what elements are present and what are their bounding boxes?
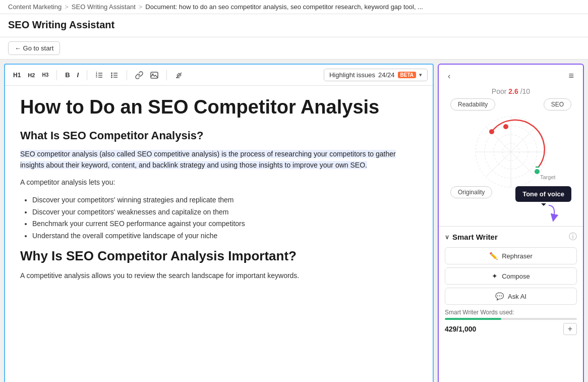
bold-button[interactable]: B xyxy=(62,69,73,81)
compose-icon: ✦ xyxy=(492,272,498,280)
seo-tab[interactable]: SEO xyxy=(544,98,571,111)
h3-button[interactable]: H3 xyxy=(39,70,51,80)
format-group: B I xyxy=(62,69,82,81)
breadcrumb-seo-writing-assistant[interactable]: SEO Writing Assistant xyxy=(72,3,136,11)
rephraser-label: Rephraser xyxy=(502,252,533,260)
article-h2-1: What Is SEO Competitor Analysis? xyxy=(20,129,418,142)
smart-writer-chevron-icon[interactable]: ∨ xyxy=(445,234,449,241)
toolbar-row: ← Go to start xyxy=(0,37,588,60)
list-group: 1 2 3 xyxy=(92,69,122,81)
svg-text:3: 3 xyxy=(96,75,97,78)
score-label: Poor xyxy=(492,87,507,95)
clear-format-icon xyxy=(175,71,183,79)
bullet-list: Discover your competitors' winning strat… xyxy=(20,194,418,242)
svg-text:Target: Target xyxy=(540,174,556,180)
tone-arrow xyxy=(528,203,559,223)
radar-bottom-labels: Originality Tone of voice xyxy=(450,186,571,223)
h2-button[interactable]: H2 xyxy=(25,70,38,80)
smart-writer-title: ∨ Smart Writer xyxy=(445,233,498,241)
link-button[interactable] xyxy=(132,69,146,81)
list-item: Benchmark your current SEO performance a… xyxy=(32,218,418,230)
score-area: Poor 2.6 /10 xyxy=(439,85,583,95)
rephraser-icon: ✏️ xyxy=(489,252,498,260)
rephraser-button[interactable]: ✏️ Rephraser xyxy=(445,247,577,264)
highlight-count: 24/24 xyxy=(378,71,395,79)
h1-button[interactable]: H1 xyxy=(10,70,24,81)
breadcrumb-sep-2: > xyxy=(139,3,143,11)
svg-point-7 xyxy=(111,74,112,76)
article-h2-2: Why Is SEO Competitor Analysis Important… xyxy=(20,248,418,264)
highlighted-text: SEO competitor analysis (also called SEO… xyxy=(20,150,396,169)
right-panel-header: ‹ ≡ xyxy=(439,65,583,85)
main-layout: H1 H2 H3 B I 1 2 3 xyxy=(0,60,588,382)
page-header: SEO Writing Assistant xyxy=(0,14,588,37)
beta-badge: beta xyxy=(398,72,416,78)
clear-format-button[interactable] xyxy=(172,69,186,81)
words-used-label: Smart Writer Words used: xyxy=(445,309,577,316)
toolbar-divider-1 xyxy=(56,70,57,80)
paragraph-2: A competitive analysis allows you to rev… xyxy=(20,270,418,281)
score-denom: /10 xyxy=(520,87,530,95)
highlighted-paragraph: SEO competitor analysis (also called SEO… xyxy=(20,148,418,171)
radar-area: Readability SEO xyxy=(439,95,583,223)
svg-point-6 xyxy=(111,72,112,74)
heading-group: H1 H2 H3 xyxy=(10,70,51,81)
words-count-text: 429/1,000 xyxy=(445,325,476,333)
words-plus-button[interactable]: + xyxy=(563,323,577,335)
numbered-list-button[interactable]: 1 2 3 xyxy=(92,69,106,81)
image-icon xyxy=(150,71,158,79)
originality-tab[interactable]: Originality xyxy=(450,186,492,198)
smart-writer-section: ∨ Smart Writer ⓘ ✏️ Rephraser ✦ Compose … xyxy=(439,226,583,340)
go-to-start-button[interactable]: ← Go to start xyxy=(8,41,60,55)
italic-button[interactable]: I xyxy=(74,69,82,81)
bullet-list-button[interactable] xyxy=(107,69,122,81)
svg-point-8 xyxy=(111,76,112,78)
svg-point-27 xyxy=(535,169,540,174)
article-h1: How to Do an SEO Competitor Analysis xyxy=(20,96,418,119)
breadcrumb-sep-1: > xyxy=(65,3,69,11)
numbered-list-icon: 1 2 3 xyxy=(95,71,103,79)
radar-top-labels: Readability SEO xyxy=(450,98,571,111)
editor-content[interactable]: How to Do an SEO Competitor Analysis Wha… xyxy=(5,86,433,382)
page-title: SEO Writing Assistant xyxy=(8,19,580,31)
ask-ai-button[interactable]: 💬 Ask AI xyxy=(445,288,577,305)
toolbar-divider-4 xyxy=(166,70,167,80)
highlight-issues-button[interactable]: Highlight issues 24/24 beta ▾ xyxy=(324,69,428,81)
editor-toolbar: H1 H2 H3 B I 1 2 3 xyxy=(5,65,433,86)
readability-tab[interactable]: Readability xyxy=(450,98,495,111)
panel-menu-icon[interactable]: ≡ xyxy=(565,70,577,82)
smart-writer-header: ∨ Smart Writer ⓘ xyxy=(445,232,577,242)
list-item: Discover your competitors' winning strat… xyxy=(32,194,418,206)
breadcrumb: Content Marketing > SEO Writing Assistan… xyxy=(0,0,588,14)
ask-ai-icon: 💬 xyxy=(495,292,504,300)
smart-writer-label: Smart Writer xyxy=(452,233,498,241)
image-button[interactable] xyxy=(147,69,161,81)
toolbar-divider-3 xyxy=(127,70,127,80)
score-value: 2.6 xyxy=(508,87,518,95)
right-panel: ‹ ≡ Poor 2.6 /10 Readability SEO xyxy=(438,64,584,382)
tone-of-voice-area: Tone of voice xyxy=(515,186,571,223)
smart-writer-info-icon[interactable]: ⓘ xyxy=(569,232,577,242)
highlight-issues-label: Highlight issues xyxy=(329,71,375,79)
panel-collapse-icon[interactable]: ‹ xyxy=(445,71,453,82)
editor-panel: H1 H2 H3 B I 1 2 3 xyxy=(4,64,434,382)
words-progress-bar xyxy=(445,318,577,320)
link-icon xyxy=(135,71,143,79)
breadcrumb-content-marketing[interactable]: Content Marketing xyxy=(8,3,62,11)
compose-label: Compose xyxy=(502,272,530,280)
words-count-row: 429/1,000 + xyxy=(445,323,577,335)
tone-tooltip: Tone of voice xyxy=(515,186,571,202)
insert-group xyxy=(132,69,161,81)
words-progress-fill xyxy=(445,318,501,320)
toolbar-divider-2 xyxy=(87,70,87,80)
compose-button[interactable]: ✦ Compose xyxy=(445,267,577,285)
radar-chart: Target xyxy=(460,113,561,193)
radar-svg: Target xyxy=(460,113,561,193)
breadcrumb-document: Document: how to do an seo competitor an… xyxy=(145,3,423,11)
bullet-list-icon xyxy=(110,71,119,79)
list-item: Discover your competitors' weaknesses an… xyxy=(32,206,418,219)
ask-ai-label: Ask AI xyxy=(508,293,526,300)
list-item: Understand the overall competitive lands… xyxy=(32,230,418,242)
highlight-chevron-icon: ▾ xyxy=(419,72,422,78)
paragraph-1: A competitor analysis lets you: xyxy=(20,177,418,188)
